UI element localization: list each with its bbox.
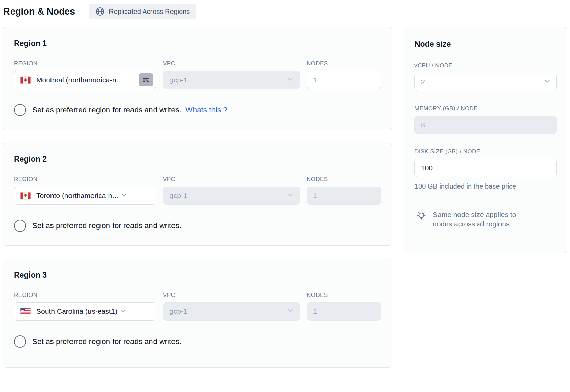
cursor-overlay-icon <box>139 73 153 86</box>
nodes-field-label: NODES <box>307 292 381 299</box>
region-1-nodes-input[interactable] <box>307 71 381 89</box>
region-1-region-select[interactable]: Montreal (northamerica-n... <box>14 71 156 89</box>
vpc-field-label: VPC <box>163 292 300 299</box>
region-1-preferred-radio[interactable] <box>14 104 26 116</box>
region-2-region-select[interactable]: Toronto (northamerica-n... <box>14 187 156 205</box>
replication-badge-label: Replicated Across Regions <box>109 8 190 16</box>
region-2-vpc-select: gcp-1 <box>163 187 300 205</box>
region-3-nodes-input <box>307 302 381 321</box>
vpc-field-label: VPC <box>163 60 300 67</box>
regions-column: Region 1 REGION Montreal (northamerica-n… <box>3 27 392 368</box>
page-title: Region & Nodes <box>3 6 75 17</box>
region-1-region-value: Montreal (northamerica-n... <box>36 76 122 84</box>
node-size-note: Same node size applies to nodes across a… <box>433 210 531 228</box>
replication-badge: Replicated Across Regions <box>89 4 196 19</box>
region-2-region-value: Toronto (northamerica-n... <box>36 192 118 200</box>
region-2-title: Region 2 <box>14 155 381 164</box>
chevron-down-icon <box>287 75 294 85</box>
canada-flag-icon <box>20 192 31 200</box>
region-2-vpc-value: gcp-1 <box>169 192 187 200</box>
usa-flag-icon <box>20 308 31 315</box>
node-size-title: Node size <box>414 40 557 49</box>
vpc-field-label: VPC <box>163 176 300 183</box>
region-field-label: REGION <box>14 60 156 67</box>
vcpu-select[interactable]: 2 <box>414 73 557 91</box>
vcpu-label: vCPU / NODE <box>414 62 557 69</box>
globe-icon <box>95 7 105 16</box>
region-1-title: Region 1 <box>14 39 381 48</box>
chevron-down-icon <box>287 191 294 200</box>
region-field-label: REGION <box>14 292 156 299</box>
lightbulb-icon <box>415 210 427 223</box>
region-3-vpc-select: gcp-1 <box>163 302 300 321</box>
region-1-card: Region 1 REGION Montreal (northamerica-n… <box>3 27 392 130</box>
region-field-label: REGION <box>14 176 156 183</box>
page-header: Region & Nodes Replicated Across Regions <box>3 4 567 19</box>
chevron-down-icon <box>287 307 294 316</box>
whats-this-link[interactable]: Whats this ? <box>185 106 227 114</box>
region-3-preferred-radio[interactable] <box>14 335 26 348</box>
node-size-panel: Node size vCPU / NODE 2 MEMORY (GB) / NO… <box>404 27 567 253</box>
canada-flag-icon <box>20 76 31 84</box>
region-2-preferred-radio[interactable] <box>14 220 26 232</box>
disk-size-input[interactable] <box>414 159 557 177</box>
region-3-vpc-value: gcp-1 <box>169 307 187 315</box>
region-1-preferred-label: Set as preferred region for reads and wr… <box>32 106 181 114</box>
disk-size-label: DISK SIZE (GB) / NODE <box>414 148 557 155</box>
disk-size-helper: 100 GB included in the base price <box>414 182 557 190</box>
region-3-preferred-label: Set as preferred region for reads and wr… <box>32 337 181 346</box>
region-2-card: Region 2 REGION Toronto (northamerica-n.… <box>3 143 392 246</box>
chevron-down-icon <box>544 78 551 87</box>
region-1-vpc-select: gcp-1 <box>163 71 300 89</box>
vcpu-value: 2 <box>421 78 425 86</box>
memory-input <box>414 116 557 134</box>
region-nodes-page: Region & Nodes Replicated Across Regions… <box>0 0 570 368</box>
nodes-field-label: NODES <box>307 60 381 67</box>
region-3-region-value: South Carolina (us-east1) <box>36 307 117 315</box>
chevron-down-icon <box>120 191 128 200</box>
memory-label: MEMORY (GB) / NODE <box>414 105 557 112</box>
region-3-title: Region 3 <box>14 270 381 280</box>
region-2-nodes-input <box>307 187 381 205</box>
region-1-vpc-value: gcp-1 <box>169 76 187 84</box>
chevron-down-icon <box>119 307 127 316</box>
nodes-field-label: NODES <box>307 176 381 183</box>
region-2-preferred-label: Set as preferred region for reads and wr… <box>32 221 181 230</box>
region-3-card: Region 3 REGION South Carolina (us-east1… <box>3 259 392 368</box>
region-3-region-select[interactable]: South Carolina (us-east1) <box>14 302 156 321</box>
